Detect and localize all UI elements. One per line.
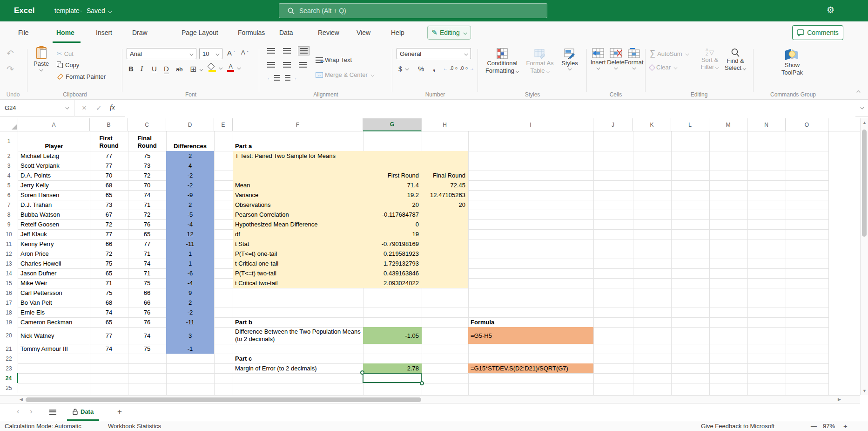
cell-B4[interactable]: 70	[90, 171, 128, 180]
cell-B10[interactable]: 77	[90, 229, 128, 239]
merge-center-button[interactable]: ↔Merge & Center	[316, 71, 374, 78]
clear-button[interactable]: Clear	[650, 64, 677, 71]
cell-G7[interactable]: 20	[363, 200, 422, 210]
cell-F10[interactable]: df	[233, 229, 363, 239]
cell-H5[interactable]: 72.45	[422, 180, 468, 190]
zoom-in-button[interactable]: +	[843, 422, 848, 430]
tab-formulas[interactable]: Formulas	[238, 29, 265, 36]
cell-C20[interactable]: 74	[128, 327, 166, 344]
cell-D2[interactable]: 2	[166, 151, 214, 161]
add-sheet-button[interactable]: +	[117, 407, 122, 417]
save-status[interactable]: Saved	[87, 7, 112, 14]
prev-sheet-icon[interactable]: ‹	[17, 407, 20, 416]
row-header-7[interactable]: 7	[0, 200, 18, 210]
cell-B8[interactable]: 67	[90, 210, 128, 219]
cell-B6[interactable]: 65	[90, 190, 128, 200]
cell-I20[interactable]: =G5-H5	[468, 327, 593, 344]
tab-page-layout[interactable]: Page Layout	[182, 29, 218, 36]
cell-F5[interactable]: Mean	[233, 180, 363, 190]
sheet-list-icon[interactable]	[49, 410, 56, 415]
col-header-E[interactable]: E	[214, 118, 233, 131]
cell-C21[interactable]: 75	[128, 344, 166, 354]
align-bottom-icon[interactable]	[298, 46, 310, 55]
cell-D9[interactable]: -4	[166, 219, 214, 229]
cell-B11[interactable]: 66	[90, 239, 128, 249]
show-toolpak-button[interactable]: Show ToolPak	[777, 48, 807, 76]
row-header-23[interactable]: 23	[0, 363, 18, 373]
cell-F20[interactable]: Difference Between the Two Population Me…	[233, 327, 363, 344]
cell-D11[interactable]: -11	[166, 239, 214, 249]
horizontal-scrollbar[interactable]: ◀ ▶	[0, 395, 860, 404]
cell-C7[interactable]: 71	[128, 200, 166, 210]
col-header-O[interactable]: O	[786, 118, 828, 131]
cell-B21[interactable]: 74	[90, 344, 128, 354]
cell-D16[interactable]: 9	[166, 288, 214, 298]
cell-H7[interactable]: 20	[422, 200, 468, 210]
cell-G8[interactable]: -0.117684787	[363, 210, 422, 219]
cell-C5[interactable]: 70	[128, 180, 166, 190]
cell-A14[interactable]: Jason Dufner	[18, 268, 90, 278]
row-header-2[interactable]: 2	[0, 151, 18, 161]
cell-D7[interactable]: 2	[166, 200, 214, 210]
cell-G20[interactable]: -1.05	[363, 327, 422, 344]
cell-D21[interactable]: -1	[166, 344, 214, 354]
wrap-text-button[interactable]: ↩Wrap Text	[316, 56, 352, 63]
currency-format-button[interactable]: $	[398, 65, 409, 73]
expand-formula-bar-icon[interactable]	[861, 106, 864, 109]
cancel-icon[interactable]: ×	[82, 103, 87, 113]
cell-C13[interactable]: 74	[128, 259, 166, 268]
search-box[interactable]	[279, 3, 547, 18]
format-as-table-button[interactable]: Format As Table	[524, 48, 556, 74]
collapse-ribbon-icon[interactable]	[857, 91, 861, 95]
autosum-button[interactable]: ∑AutoSum	[650, 49, 689, 58]
cell-B9[interactable]: 72	[90, 219, 128, 229]
col-header-M[interactable]: M	[709, 118, 747, 131]
cell-C19[interactable]: 76	[128, 317, 166, 327]
cell-H4[interactable]: Final Round	[422, 171, 468, 180]
cell-B18[interactable]: 74	[90, 308, 128, 317]
delete-cells-button[interactable]: Delete	[607, 48, 625, 69]
scroll-right-icon[interactable]: ▶	[838, 397, 841, 402]
cell-A16[interactable]: Carl Pettersson	[18, 288, 90, 298]
cell-F6[interactable]: Variance	[233, 190, 363, 200]
zoom-level[interactable]: 97%	[823, 423, 835, 430]
scroll-left-icon[interactable]: ◀	[20, 397, 23, 402]
cell-D12[interactable]: 1	[166, 249, 214, 259]
increase-decimal-button[interactable]: ←.00	[443, 66, 458, 71]
italic-button[interactable]: I	[141, 65, 143, 73]
col-header-L[interactable]: L	[671, 118, 709, 131]
cell-G23[interactable]: 2.78	[363, 363, 422, 373]
align-right-icon[interactable]	[299, 62, 307, 68]
cell-C2[interactable]: 75	[128, 151, 166, 161]
row-header-17[interactable]: 17	[0, 298, 18, 308]
cell-A12[interactable]: Aron Price	[18, 249, 90, 259]
horizontal-scroll-thumb[interactable]	[26, 397, 421, 402]
col-header-D[interactable]: D	[166, 118, 214, 131]
copy-button[interactable]: Copy	[57, 62, 79, 68]
cut-button[interactable]: ✂Cut	[57, 50, 74, 57]
cell-B5[interactable]: 68	[90, 180, 128, 190]
underline-button[interactable]: U	[152, 65, 157, 73]
cell-G6[interactable]: 19.2	[363, 190, 422, 200]
row-header-16[interactable]: 16	[0, 288, 18, 298]
cell-C3[interactable]: 73	[128, 161, 166, 171]
align-top-icon[interactable]	[267, 48, 275, 54]
select-all-corner[interactable]	[0, 118, 18, 131]
cell-D19[interactable]: -11	[166, 317, 214, 327]
cell-D1[interactable]: Differences	[166, 131, 214, 151]
tab-view[interactable]: View	[357, 29, 370, 36]
row-header-5[interactable]: 5	[0, 180, 18, 190]
cell-B20[interactable]: 77	[90, 327, 128, 344]
cell-H6[interactable]: 12.47105263	[422, 190, 468, 200]
cell-C14[interactable]: 71	[128, 268, 166, 278]
tab-review[interactable]: Review	[318, 29, 339, 36]
cell-G5[interactable]: 71.4	[363, 180, 422, 190]
row-header-15[interactable]: 15	[0, 278, 18, 288]
cell-B19[interactable]: 65	[90, 317, 128, 327]
cell-C11[interactable]: 77	[128, 239, 166, 249]
cell-D4[interactable]: -2	[166, 171, 214, 180]
cell-C4[interactable]: 72	[128, 171, 166, 180]
calc-mode-status[interactable]: Calculation Mode: Automatic	[5, 423, 81, 430]
cell-F8[interactable]: Pearson Correlation	[233, 210, 363, 219]
cell-B14[interactable]: 65	[90, 268, 128, 278]
